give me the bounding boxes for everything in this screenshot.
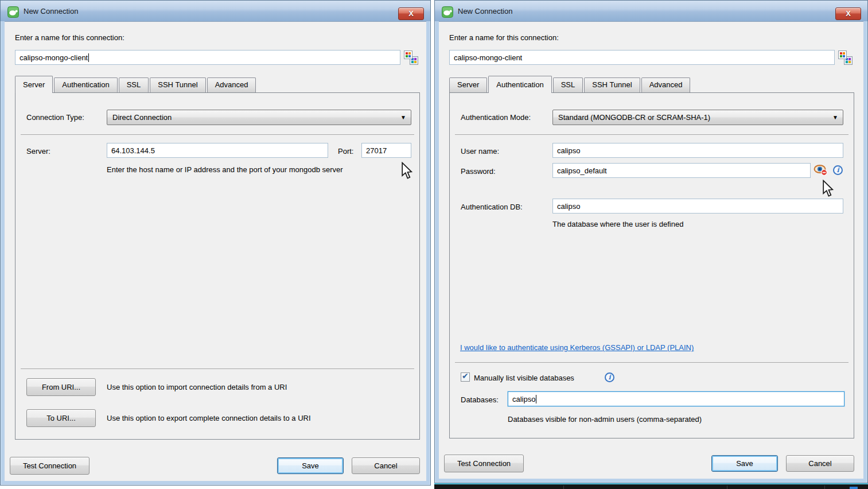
chevron-down-icon: ▼	[400, 114, 406, 121]
chevron-down-icon: ▼	[832, 114, 838, 121]
strip-highlight	[850, 487, 858, 489]
close-icon[interactable]: X	[835, 7, 861, 20]
connection-color-palette-icon[interactable]	[404, 51, 418, 65]
strip-divider	[563, 486, 564, 489]
tab-authentication[interactable]: Authentication	[488, 76, 551, 93]
connection-color-palette-icon[interactable]	[838, 51, 853, 65]
window-title: New Connection	[458, 7, 512, 15]
palette-front-square	[404, 51, 412, 59]
checkmark-icon: ✔	[462, 371, 469, 381]
connection-tabs: Server Authentication SSL SSH Tunnel Adv…	[15, 76, 257, 92]
password-reveal-eye-icon[interactable]	[813, 164, 828, 178]
cancel-button[interactable]: Cancel	[352, 457, 420, 474]
password-label: Password:	[461, 167, 496, 176]
test-connection-button[interactable]: Test Connection	[10, 457, 89, 475]
close-icon[interactable]: X	[398, 7, 424, 20]
separator	[21, 134, 414, 135]
port-input[interactable]: 27017	[361, 143, 411, 158]
robomongo-turtle-icon	[7, 6, 19, 18]
connection-name-label: Enter a name for this connection:	[449, 33, 559, 42]
screen: New Connection X Enter a name for this c…	[0, 0, 868, 489]
tab-advanced[interactable]: Advanced	[641, 77, 691, 92]
palette-front-square	[838, 51, 847, 59]
tab-server[interactable]: Server	[449, 77, 487, 92]
tab-authentication[interactable]: Authentication	[54, 77, 117, 92]
background-window-strip	[434, 483, 868, 489]
auth-mode-dropdown[interactable]: Standard (MONGODB-CR or SCRAM-SHA-1) ▼	[552, 110, 843, 125]
connection-tabs: Server Authentication SSL SSH Tunnel Adv…	[449, 76, 691, 92]
test-connection-button[interactable]: Test Connection	[444, 455, 524, 472]
cancel-button[interactable]: Cancel	[786, 455, 854, 472]
connection-name-label: Enter a name for this connection:	[15, 33, 124, 42]
text-caret	[88, 53, 89, 62]
server-address-input[interactable]: 64.103.144.5	[107, 143, 328, 158]
password-info-icon[interactable]: i	[833, 165, 843, 175]
username-input[interactable]: calipso	[552, 143, 843, 158]
strip-divider	[727, 486, 727, 489]
connection-name-input[interactable]: calipso-mongo-client	[449, 50, 835, 65]
databases-info-icon[interactable]: i	[605, 372, 614, 382]
connection-name-input[interactable]: calipso-mongo-client	[15, 50, 400, 65]
tab-server[interactable]: Server	[15, 76, 53, 93]
robomongo-turtle-icon	[442, 6, 453, 18]
tab-advanced[interactable]: Advanced	[207, 77, 256, 92]
manually-list-databases-checkbox[interactable]: ✔	[461, 372, 470, 382]
save-button[interactable]: Save	[277, 457, 344, 474]
titlebar[interactable]: New Connection X	[1, 1, 430, 21]
port-label: Port:	[338, 147, 353, 156]
new-connection-dialog-server: New Connection X Enter a name for this c…	[0, 0, 431, 486]
tab-ssh-tunnel[interactable]: SSH Tunnel	[584, 77, 640, 92]
kerberos-ldap-link[interactable]: I would like to authenticate using Kerbe…	[460, 343, 694, 352]
connection-type-dropdown[interactable]: Direct Connection ▼	[107, 110, 411, 125]
password-input[interactable]: calipso_default	[552, 163, 811, 178]
separator	[455, 134, 848, 135]
auth-mode-label: Authentication Mode:	[461, 113, 531, 122]
auth-db-help-text: The database where the user is defined	[552, 220, 683, 228]
server-label: Server:	[26, 147, 50, 156]
separator	[455, 362, 848, 363]
tab-ssl[interactable]: SSL	[119, 77, 149, 92]
username-label: User name:	[461, 147, 499, 156]
manually-list-databases-label: Manually list visible databases	[474, 374, 574, 382]
from-uri-help-text: Use this option to import connection det…	[107, 383, 287, 391]
tab-ssl[interactable]: SSL	[553, 77, 583, 92]
window-title: New Connection	[24, 7, 78, 15]
save-button[interactable]: Save	[711, 455, 778, 472]
text-caret	[536, 395, 536, 403]
tab-ssh-tunnel[interactable]: SSH Tunnel	[150, 77, 205, 92]
new-connection-dialog-authentication: New Connection X Enter a name for this c…	[434, 0, 868, 483]
to-uri-help-text: Use this option to export complete conne…	[107, 414, 311, 422]
from-uri-button[interactable]: From URI...	[26, 378, 96, 396]
databases-input[interactable]: calipso	[508, 391, 844, 406]
auth-db-label: Authentication DB:	[461, 203, 523, 211]
to-uri-button[interactable]: To URI...	[26, 409, 96, 427]
server-help-text: Enter the host name or IP address and th…	[107, 165, 343, 174]
separator	[21, 368, 414, 369]
connection-type-label: Connection Type:	[26, 113, 84, 122]
auth-db-input[interactable]: calipso	[552, 199, 843, 214]
databases-help-text: Databases visible for non-admin users (c…	[508, 415, 702, 424]
databases-label: Databases:	[461, 395, 499, 404]
strip-divider	[824, 486, 825, 489]
titlebar[interactable]: New Connection X	[435, 1, 867, 21]
